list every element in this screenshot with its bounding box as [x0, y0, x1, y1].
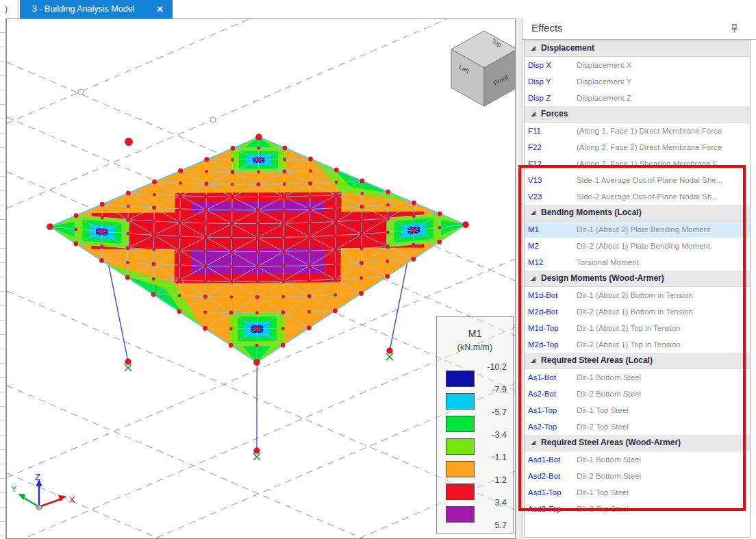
section-title: Required Steel Areas (Wood-Armer) [541, 438, 681, 447]
section-header-design-moments-wood-armer[interactable]: Design Moments (Wood-Armer) [525, 271, 750, 287]
effect-description: Dir-2 (About 1) Bottom in Tension [577, 303, 748, 320]
effect-row-as2-top[interactable]: As2-TopDir-2 Top Steel [525, 418, 750, 435]
effect-description: Dir-1 (About 2) Top in Tension [577, 320, 748, 336]
effect-code: M1d-Bot [528, 287, 557, 303]
effect-code: M1 [528, 221, 539, 238]
effect-row-m1d-bot[interactable]: M1d-BotDir-1 (About 2) Bottom in Tension [525, 287, 750, 303]
effect-row-f12[interactable]: F12(Along 2, Face 1) Shearing Membrane F… [525, 155, 750, 172]
effect-row-asd2-top[interactable]: Asd2-TopDir-2 Top Steel [525, 501, 750, 517]
tab-close-icon[interactable]: ✕ [156, 0, 164, 18]
effect-row-asd1-bot[interactable]: Asd1-BotDir-1 Bottom Steel [525, 451, 750, 468]
effect-row-m1d-top[interactable]: M1d-TopDir-1 (About 2) Top in Tension [525, 320, 750, 336]
effect-description: (Along 2, Face 1) Shearing Membrane F... [577, 155, 748, 172]
tab-bar: ) 3 - Building Analysis Model ✕ [0, 0, 756, 19]
effect-row-asd2-bot[interactable]: Asd2-BotDir-2 Bottom Steel [525, 468, 750, 484]
axis-label: Y [11, 484, 17, 494]
effect-description: Dir-2 Bottom Steel [577, 386, 748, 402]
effect-row-v13[interactable]: V13Side-1 Average Out-of-Plane Nodal She… [525, 172, 750, 188]
application-window: ) 3 - Building Analysis Model ✕ TopLeftF… [0, 0, 756, 539]
collapse-triangle-icon [531, 46, 536, 51]
effect-code: M1d-Top [528, 320, 559, 336]
pin-icon[interactable] [729, 23, 740, 34]
effect-description: Dir-1 Bottom Steel [577, 451, 748, 468]
legend-unit: (kN.m/m) [437, 342, 513, 352]
effect-code: Disp Y [528, 73, 551, 90]
effect-code: As2-Bot [528, 386, 556, 402]
effect-row-m2d-bot[interactable]: M2d-BotDir-2 (About 1) Bottom in Tension [525, 303, 750, 320]
effect-description: Side-1 Average Out-of-Plane Nodal She... [577, 172, 748, 188]
legend-swatch [446, 484, 475, 500]
axis-label: Z [35, 472, 40, 482]
effect-row-as1-top[interactable]: As1-TopDir-1 Top Steel [525, 402, 750, 418]
effect-description: Dir-2 (About 1) Plate Bending Moment [577, 238, 748, 254]
effect-row-m2d-top[interactable]: M2d-TopDir-2 (About 1) Top in Tension [525, 336, 750, 353]
effect-row-f11[interactable]: F11(Along 1, Face 1) Direct Membrane For… [525, 123, 750, 139]
effect-description: Dir-2 (About 1) Top in Tension [577, 336, 748, 353]
effect-description: Dir-2 Bottom Steel [577, 468, 748, 484]
effect-row-m1[interactable]: M1Dir-1 (About 2) Plate Bending Moment [525, 221, 750, 238]
effect-description: Dir-2 Top Steel [577, 501, 748, 517]
effect-row-asd1-top[interactable]: Asd1-TopDir-1 Top Steel [525, 484, 750, 501]
axis-triad: ZXY [11, 472, 75, 510]
effect-row-f22[interactable]: F22(Along 2, Face 2) Direct Membrane For… [525, 139, 750, 155]
legend-swatch [446, 506, 475, 523]
effect-code: F11 [528, 123, 541, 139]
collapse-triangle-icon [531, 276, 536, 281]
tab-label: 3 - Building Analysis Model [32, 0, 134, 18]
effect-row-disp-y[interactable]: Disp YDisplacement Y [525, 73, 750, 90]
section-header-required-steel-areas-wood-armer[interactable]: Required Steel Areas (Wood-Armer) [525, 435, 750, 451]
section-header-displacement[interactable]: Displacement [525, 40, 750, 57]
effect-code: Asd1-Top [528, 484, 562, 501]
effect-code: As2-Top [528, 418, 557, 435]
effect-row-as1-bot[interactable]: As1-BotDir-1 Bottom Steel [525, 369, 750, 386]
effect-code: F12 [528, 155, 542, 172]
panel-splitter[interactable] [516, 18, 522, 539]
tab-partial[interactable]: ) [0, 0, 18, 18]
legend-swatch [446, 438, 475, 455]
effect-description: Dir-1 (About 2) Bottom in Tension [577, 287, 748, 303]
legend-swatch [446, 371, 475, 387]
section-title: Bending Moments (Local) [541, 208, 642, 217]
tab-building-analysis-model[interactable]: 3 - Building Analysis Model ✕ [20, 0, 173, 18]
section-title: Design Moments (Wood-Armer) [541, 273, 664, 283]
effect-code: Disp Z [528, 90, 551, 106]
free-node-dot [125, 138, 133, 146]
legend-swatch [446, 416, 475, 432]
contour-legend: M1 (kN.m/m) -10.2-7.9-5.7-3.4-1.11.23.45… [436, 316, 514, 534]
effect-row-m12[interactable]: M12Torsional Moment [525, 254, 750, 271]
effect-description: Dir-1 (About 2) Plate Bending Moment [577, 221, 748, 238]
effect-description: (Along 2, Face 2) Direct Membrane Force [577, 139, 748, 155]
effect-code: Asd1-Bot [528, 451, 560, 468]
legend-title: M1 [437, 328, 513, 339]
effects-panel-header: Effects [522, 18, 756, 40]
effect-description: (Along 1, Face 1) Direct Membrane Force [577, 123, 748, 139]
collapse-triangle-icon [531, 358, 536, 363]
effect-row-as2-bot[interactable]: As2-BotDir-2 Bottom Steel [525, 386, 750, 402]
effect-code: M2d-Bot [528, 303, 557, 320]
section-header-required-steel-areas-local[interactable]: Required Steel Areas (Local) [525, 353, 750, 369]
effect-description: Dir-1 Top Steel [577, 484, 748, 501]
section-header-forces[interactable]: Forces [525, 106, 750, 123]
effect-description: Dir-1 Bottom Steel [577, 369, 748, 386]
effect-code: V23 [528, 188, 542, 205]
effect-row-disp-x[interactable]: Disp XDisplacement X [525, 57, 750, 73]
effects-list: DisplacementDisp XDisplacement XDisp YDi… [524, 40, 751, 538]
section-title: Displacement [541, 43, 594, 53]
effect-description: Dir-2 Top Steel [577, 418, 748, 435]
effect-code: Disp X [528, 57, 551, 73]
view-cube[interactable]: TopLeftFront [451, 31, 515, 106]
section-header-bending-moments-local[interactable]: Bending Moments (Local) [525, 205, 750, 221]
effect-code: Asd2-Top [528, 501, 562, 517]
effect-description: Dir-1 Top Steel [577, 402, 748, 418]
effect-code: As1-Bot [528, 369, 556, 386]
collapse-triangle-icon [531, 440, 536, 445]
effect-row-disp-z[interactable]: Disp ZDisplacement Z [525, 90, 750, 106]
effect-code: M12 [528, 254, 543, 271]
left-toolbar-edge[interactable] [0, 18, 6, 539]
effect-code: M2d-Top [528, 336, 559, 353]
effect-description: Torsional Moment [577, 254, 748, 271]
effect-row-v23[interactable]: V23Side-2 Average Out-of-Plane Nodal Sh.… [525, 188, 750, 205]
effect-description: Displacement Z [577, 90, 748, 106]
effect-code: F22 [528, 139, 542, 155]
effect-row-m2[interactable]: M2Dir-2 (About 1) Plate Bending Moment [525, 238, 750, 254]
